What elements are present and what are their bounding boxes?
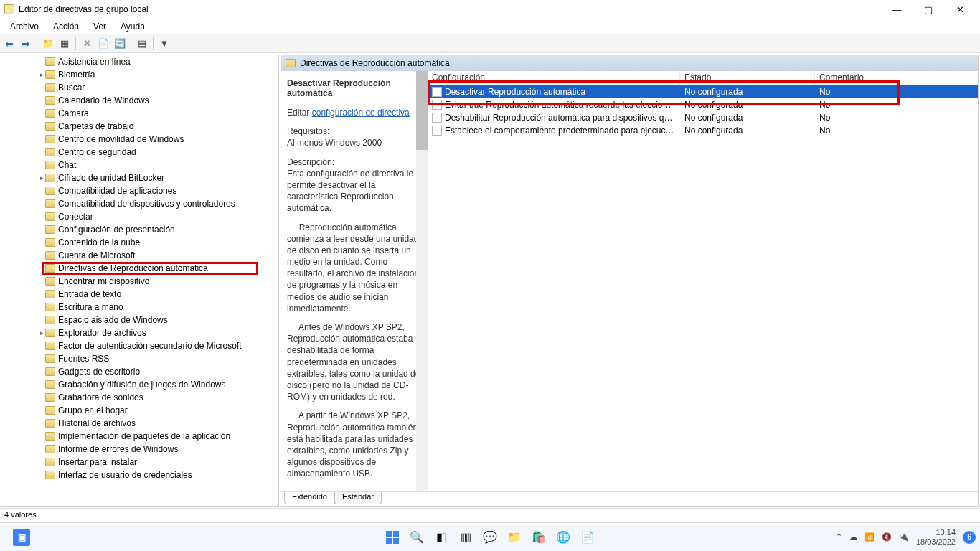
store-icon[interactable]: 🛍️ xyxy=(530,529,547,546)
tree-item[interactable]: Implementación de paquetes de la aplicac… xyxy=(1,430,278,443)
arrow-right-icon xyxy=(22,38,30,50)
tree-item[interactable]: Fuentes RSS xyxy=(1,352,278,365)
filter-button[interactable]: ▼ xyxy=(156,36,172,52)
tree-item[interactable]: Conectar xyxy=(1,210,278,223)
refresh-button[interactable]: 🔄 xyxy=(112,36,128,52)
svg-rect-2 xyxy=(386,538,392,544)
folder-icon xyxy=(45,238,55,247)
tray-chevron-icon[interactable]: ⌃ xyxy=(836,532,842,542)
show-hide-tree-button[interactable]: ▦ xyxy=(57,36,72,52)
tree-item[interactable]: Compatibilidad de dispositivos y control… xyxy=(1,197,278,210)
folder-icon xyxy=(45,57,55,66)
folder-icon xyxy=(45,122,55,131)
back-button[interactable] xyxy=(1,36,17,52)
tree-item[interactable]: Asistencia en línea xyxy=(1,55,278,68)
maximize-button[interactable]: ▢ xyxy=(913,0,944,19)
row-comment: No xyxy=(815,126,978,136)
col-comment[interactable]: Comentario xyxy=(815,71,978,85)
menu-action[interactable]: Acción xyxy=(46,20,86,33)
tree-item[interactable]: Cámara xyxy=(1,107,278,120)
edit-policy-link[interactable]: configuración de directiva xyxy=(312,108,410,118)
tab-extended[interactable]: Extendido xyxy=(284,492,335,504)
close-button[interactable]: ✕ xyxy=(944,0,976,19)
menu-file[interactable]: Archivo xyxy=(3,20,46,33)
tree-item[interactable]: Insertar para instalar xyxy=(1,456,278,468)
tree-item[interactable]: Centro de seguridad xyxy=(1,146,278,159)
tree-item[interactable]: ▸Cifrado de unidad BitLocker xyxy=(1,171,278,184)
tray-onedrive-icon[interactable]: ☁ xyxy=(849,532,857,542)
tree-item[interactable]: Carpetas de trabajo xyxy=(1,120,278,133)
folder-icon xyxy=(45,225,55,234)
menu-help[interactable]: Ayuda xyxy=(113,20,152,33)
tree-item[interactable]: Entrada de texto xyxy=(1,288,278,301)
description-label: Descripción: xyxy=(287,157,334,167)
list-row[interactable]: Deshabilitar Reproducción automática par… xyxy=(428,111,978,124)
tree-item[interactable]: Contenido de la nube xyxy=(1,236,278,249)
tree-item[interactable]: Grabación y difusión de juegos de Window… xyxy=(1,378,278,391)
tree-item-label: Factor de autenticación secundario de Mi… xyxy=(58,341,241,351)
chat-icon[interactable]: 💬 xyxy=(481,529,499,546)
tree-item[interactable]: Espacio aislado de Windows xyxy=(1,314,278,326)
menu-view[interactable]: Ver xyxy=(86,20,113,33)
minimize-button[interactable]: — xyxy=(881,0,913,19)
notification-badge[interactable]: 6 xyxy=(963,531,976,544)
tree-item-label: Directivas de Reproducción automática xyxy=(58,263,208,273)
folder-icon xyxy=(45,109,55,118)
list-row[interactable]: Desactivar Reproducción automáticaNo con… xyxy=(428,85,978,98)
tree-item[interactable]: Calendario de Windows xyxy=(1,94,278,107)
start-button[interactable]: ▣ xyxy=(13,529,30,546)
expand-icon[interactable]: ▸ xyxy=(38,329,45,336)
clock-date: 18/03/2022 xyxy=(916,537,956,547)
tree-item[interactable]: ▸Explorador de archivos xyxy=(1,326,278,339)
col-configuration[interactable]: Configuración xyxy=(428,71,680,85)
tree-item[interactable]: Informe de errores de Windows xyxy=(1,443,278,456)
properties-button[interactable]: ▤ xyxy=(134,36,150,52)
export-button[interactable]: 📄 xyxy=(95,36,111,52)
tree-item[interactable]: Interfaz de usuario de credenciales xyxy=(1,468,278,481)
tree-item-label: Explorador de archivos xyxy=(58,328,146,338)
tray-power-icon[interactable]: 🔌 xyxy=(899,532,909,542)
tree-item[interactable]: Historial de archivos xyxy=(1,417,278,430)
tray-wifi-icon[interactable]: 📶 xyxy=(864,532,875,542)
tree-item[interactable]: Compatibilidad de aplicaciones xyxy=(1,184,278,197)
explorer-icon[interactable]: 📁 xyxy=(506,529,523,546)
list-row[interactable]: Evitar que Reproducción automática recue… xyxy=(428,98,978,111)
folder-icon xyxy=(45,277,55,286)
forward-button[interactable] xyxy=(18,36,34,52)
tree-item-label: Encontrar mi dispositivo xyxy=(58,276,149,286)
tree-item[interactable]: Grabadora de sonidos xyxy=(1,391,278,404)
tree-item[interactable]: Cuenta de Microsoft xyxy=(1,249,278,262)
tree-item[interactable]: Encontrar mi dispositivo xyxy=(1,275,278,288)
folder-icon xyxy=(45,458,55,466)
tree-item[interactable]: Directivas de Reproducción automática xyxy=(42,262,258,275)
clock[interactable]: 13:14 18/03/2022 xyxy=(916,528,956,546)
description-scrollbar[interactable] xyxy=(416,71,428,491)
list-row[interactable]: Establece el comportamiento predetermina… xyxy=(428,124,978,137)
delete-button[interactable]: ✖ xyxy=(79,36,95,52)
expand-icon[interactable]: ▸ xyxy=(38,71,45,78)
tree-item[interactable]: Escritura a mano xyxy=(1,301,278,314)
gpedit-task-icon[interactable]: 📄 xyxy=(579,529,596,546)
search-icon[interactable]: 🔍 xyxy=(408,529,425,546)
tree-item[interactable]: Factor de autenticación secundario de Mi… xyxy=(1,339,278,352)
col-state[interactable]: Estado xyxy=(680,71,815,85)
tab-standard[interactable]: Estándar xyxy=(334,492,382,504)
tree-scroll[interactable]: Asistencia en línea▸BiometríaBuscarCalen… xyxy=(1,55,278,506)
list-header: Configuración Estado Comentario xyxy=(428,71,978,85)
tree-item[interactable]: Buscar xyxy=(1,81,278,94)
tree-item[interactable]: Gadgets de escritorio xyxy=(1,365,278,378)
expand-icon[interactable]: ▸ xyxy=(38,174,45,182)
tree-item[interactable]: Grupo en el hogar xyxy=(1,404,278,417)
tree-item[interactable]: Centro de movilidad de Windows xyxy=(1,133,278,146)
edge-icon[interactable]: 🌐 xyxy=(555,529,572,546)
titlebar: Editor de directivas de grupo local — ▢ … xyxy=(0,0,980,19)
up-button[interactable]: 📁 xyxy=(40,36,56,52)
tree-item[interactable]: ▸Biometría xyxy=(1,68,278,81)
widgets-icon[interactable]: ▥ xyxy=(457,529,474,546)
taskview-icon[interactable]: ◧ xyxy=(433,529,450,546)
tray-volume-icon[interactable]: 🔇 xyxy=(882,532,892,542)
start-menu-icon[interactable] xyxy=(384,529,401,546)
tree-item[interactable]: Chat xyxy=(1,159,278,171)
description-p3: Antes de Windows XP SP2, Reproducción au… xyxy=(287,322,420,402)
tree-item[interactable]: Configuración de presentación xyxy=(1,223,278,236)
